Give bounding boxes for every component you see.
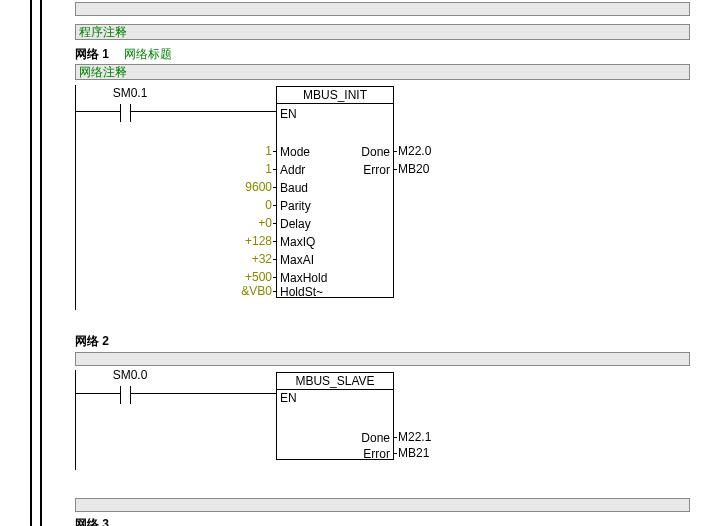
net2-left-rail [75, 370, 76, 470]
power-rail-outer [30, 0, 32, 526]
pin-error2: Error [363, 447, 390, 461]
net2-block[interactable]: MBUS_SLAVE EN Done Error [276, 372, 394, 460]
power-rail-inner [40, 0, 42, 526]
network-3-title[interactable]: 网络 3 [75, 516, 109, 526]
network-2-title[interactable]: 网络 2 [75, 333, 109, 350]
tick [393, 151, 397, 152]
network-2-strip[interactable] [75, 352, 690, 366]
pin-baud: Baud [280, 181, 308, 195]
net2-contact-label: SM0.0 [110, 368, 150, 382]
pin-error: Error [363, 163, 390, 177]
tick [273, 277, 277, 278]
net1-left-rail [75, 85, 76, 310]
net2-wire-b [131, 393, 276, 394]
pin-en: EN [280, 107, 297, 121]
val-maxai[interactable]: +32 [226, 252, 272, 266]
tick [393, 437, 397, 438]
tick [273, 205, 277, 206]
editor-canvas: 程序注释 网络 1 网络标题 网络注释 SM0.1 MBUS_INIT EN M… [0, 0, 709, 526]
contact-bar [130, 104, 131, 122]
network-1-comment-text: 网络注释 [79, 65, 127, 79]
program-comment-text: 程序注释 [79, 25, 127, 39]
net1-block[interactable]: MBUS_INIT EN Mode Addr Baud Parity Delay… [276, 86, 394, 298]
program-comment-bar[interactable]: 程序注释 [75, 24, 690, 40]
net1-contact[interactable]: SM0.1 [120, 100, 131, 122]
tick [273, 223, 277, 224]
tick [273, 187, 277, 188]
val-maxiq[interactable]: +128 [226, 234, 272, 248]
grey-strip-top [75, 2, 690, 16]
pin-parity: Parity [280, 199, 311, 213]
network-3-label: 网络 3 [75, 517, 109, 526]
net2-contact[interactable]: SM0.0 [120, 382, 131, 404]
network-1-label: 网络 1 [75, 47, 109, 61]
tick [273, 291, 277, 292]
network-2-label: 网络 2 [75, 334, 109, 348]
tick [273, 259, 277, 260]
pin-maxai: MaxAI [280, 253, 314, 267]
val-baud[interactable]: 9600 [226, 180, 272, 194]
tick [393, 453, 397, 454]
val-mode[interactable]: 1 [226, 144, 272, 158]
val-done2[interactable]: M22.1 [398, 430, 431, 444]
tick [273, 169, 277, 170]
network-3-strip[interactable] [75, 498, 690, 512]
contact-bar [120, 104, 121, 122]
net1-contact-label: SM0.1 [110, 86, 150, 100]
tick [273, 151, 277, 152]
pin-maxiq: MaxIQ [280, 235, 315, 249]
val-error[interactable]: MB20 [398, 162, 429, 176]
pin-holdst: HoldSt~ [280, 285, 323, 299]
pin-addr: Addr [280, 163, 305, 177]
net1-wire-a [75, 111, 120, 112]
val-holdst[interactable]: &VB0 [226, 284, 272, 298]
network-1-comment-bar[interactable]: 网络注释 [75, 64, 690, 80]
pin-mode: Mode [280, 145, 310, 159]
tick [273, 241, 277, 242]
val-delay[interactable]: +0 [226, 216, 272, 230]
val-done[interactable]: M22.0 [398, 144, 431, 158]
net2-block-title: MBUS_SLAVE [277, 373, 393, 390]
contact-bar [130, 386, 131, 404]
pin-delay: Delay [280, 217, 311, 231]
val-addr[interactable]: 1 [226, 162, 272, 176]
val-error2[interactable]: MB21 [398, 446, 429, 460]
val-parity[interactable]: 0 [226, 198, 272, 212]
pin-maxhold: MaxHold [280, 271, 327, 285]
network-1-title[interactable]: 网络 1 网络标题 [75, 46, 172, 63]
pin-done2: Done [361, 431, 390, 445]
contact-bar [120, 386, 121, 404]
net1-block-title: MBUS_INIT [277, 87, 393, 104]
network-1-subtitle: 网络标题 [124, 47, 172, 61]
net2-wire-a [75, 393, 120, 394]
pin-done: Done [361, 145, 390, 159]
pin-en2: EN [280, 391, 297, 405]
net1-wire-b [131, 111, 276, 112]
tick [393, 169, 397, 170]
val-maxhold[interactable]: +500 [226, 270, 272, 284]
